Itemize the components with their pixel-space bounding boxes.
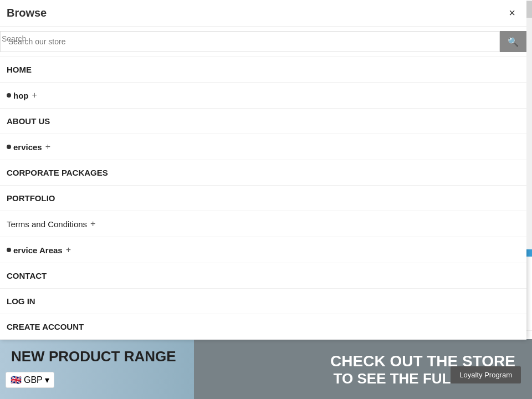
services-dot — [7, 145, 11, 149]
currency-bottom-label: GBP — [24, 375, 43, 385]
hero-line1: New Product Range — [11, 348, 176, 365]
services-plus: + — [45, 142, 50, 152]
loyalty-button[interactable]: Loyalty Program — [451, 366, 521, 383]
corporate-label: CORPORATE PACKAGES — [7, 168, 108, 177]
nav-item-contact[interactable]: CONTACT — [0, 263, 526, 289]
portfolio-label: PORTFOLIO — [7, 193, 55, 203]
about-label: ABOUT US — [7, 116, 50, 126]
shop-dot — [7, 93, 11, 98]
terms-plus: + — [90, 219, 95, 229]
currency-bottom[interactable]: 🇬🇧 GBP ▾ — [6, 372, 54, 388]
browse-title: Browse — [7, 7, 47, 19]
nav-item-services[interactable]: ervices + — [0, 134, 526, 160]
services-label: ervices — [13, 142, 42, 152]
search-button[interactable]: 🔍 — [500, 31, 526, 52]
search-input[interactable] — [0, 31, 500, 52]
shop-label: hop — [13, 91, 29, 100]
search-row: 🔍 — [0, 27, 526, 57]
browse-header: Browse × — [0, 0, 526, 27]
currency-bottom-chevron: ▾ — [45, 375, 49, 385]
create-account-label: CREATE ACCOUNT — [7, 322, 84, 331]
close-button[interactable]: × — [504, 4, 520, 22]
nav-item-portfolio[interactable]: PORTFOLIO — [0, 186, 526, 211]
browse-overlay: Browse × 🔍 HOME hop + ABOUT US ervices +… — [0, 0, 526, 340]
nav-item-service-areas[interactable]: ervice Areas + — [0, 237, 526, 263]
contact-label-nav: CONTACT — [7, 271, 47, 280]
login-label: LOG IN — [7, 296, 35, 306]
nav-item-terms[interactable]: Terms and Conditions + — [0, 211, 526, 237]
nav-item-corporate[interactable]: CORPORATE PACKAGES — [0, 160, 526, 186]
flag-icon: 🇬🇧 — [11, 375, 22, 385]
nav-item-login[interactable]: LOG IN — [0, 289, 526, 314]
scrollbar-thumb[interactable] — [526, 1, 532, 18]
scrollbar[interactable] — [526, 0, 532, 249]
hero-left-text: New Product Range — [11, 348, 176, 365]
terms-label: Terms and Conditions — [7, 219, 87, 229]
service-areas-dot — [7, 248, 11, 252]
nav-item-shop[interactable]: hop + — [0, 83, 526, 109]
nav-item-create-account[interactable]: CREATE ACCOUNT — [0, 314, 526, 340]
service-areas-plus: + — [66, 245, 71, 255]
nav-item-home[interactable]: HOME — [0, 57, 526, 83]
shop-plus: + — [32, 90, 37, 100]
service-areas-label: ervice Areas — [13, 245, 63, 255]
nav-item-about[interactable]: ABOUT US — [0, 109, 526, 134]
home-label: HOME — [7, 65, 32, 74]
